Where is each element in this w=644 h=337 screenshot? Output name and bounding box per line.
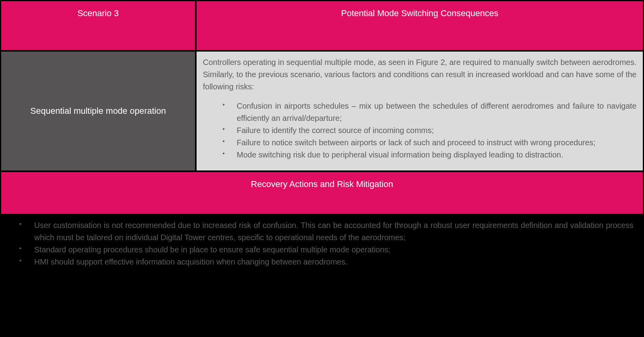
- consequences-intro: Controllers operating in sequential mult…: [203, 56, 637, 93]
- recovery-item: User customisation is not recommended du…: [19, 219, 633, 244]
- recovery-item: Standard operating procedures should be …: [19, 244, 633, 256]
- scenario-table: Scenario 3 Potential Mode Switching Cons…: [0, 0, 644, 337]
- risk-item: Confusion in airports schedules – mix up…: [223, 100, 637, 124]
- risk-list: Confusion in airports schedules – mix up…: [203, 100, 637, 161]
- recovery-cell: User customisation is not recommended du…: [1, 214, 643, 336]
- recovery-item: HMI should support effective information…: [19, 256, 633, 268]
- header-row: Scenario 3 Potential Mode Switching Cons…: [1, 1, 643, 52]
- header-scenario-number: Scenario 3: [1, 1, 197, 50]
- scenario-title-cell: Sequential multiple mode operation: [1, 52, 197, 170]
- header-right-text: Potential Mode Switching Consequences: [341, 8, 499, 19]
- content-row: Sequential multiple mode operation Contr…: [1, 52, 643, 172]
- risk-item: Mode switching risk due to peripheral vi…: [223, 149, 637, 161]
- recovery-title: Recovery Actions and Risk Mitigation: [251, 179, 393, 189]
- consequences-cell: Controllers operating in sequential mult…: [197, 52, 643, 170]
- recovery-header: Recovery Actions and Risk Mitigation: [1, 172, 643, 214]
- header-consequences: Potential Mode Switching Consequences: [197, 1, 643, 50]
- recovery-list: User customisation is not recommended du…: [11, 219, 633, 268]
- header-left-text: Scenario 3: [77, 8, 119, 19]
- scenario-title: Sequential multiple mode operation: [30, 106, 166, 116]
- risk-item: Failure to notice switch between airport…: [223, 137, 637, 149]
- risk-item: Failure to identify the correct source o…: [223, 124, 637, 137]
